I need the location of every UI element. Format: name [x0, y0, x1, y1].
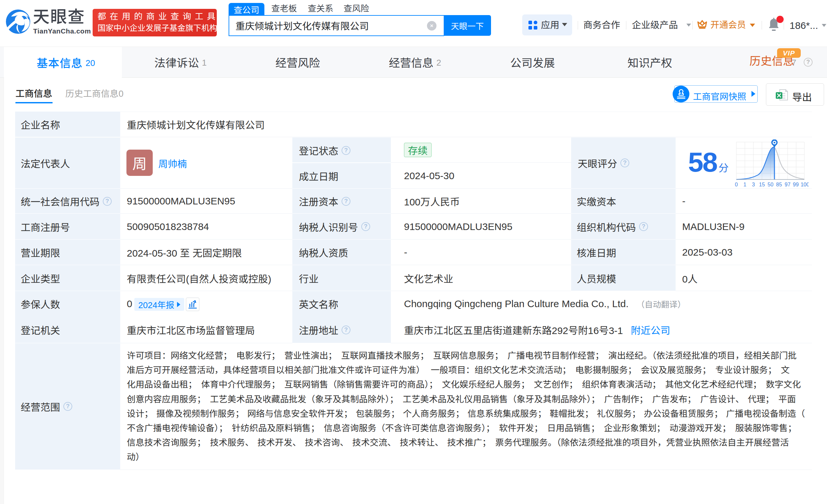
svg-text:0: 0	[735, 182, 738, 187]
svg-text:3: 3	[752, 182, 755, 187]
svg-text:97: 97	[785, 182, 790, 187]
svg-text:15: 15	[759, 182, 765, 187]
svg-text:100: 100	[801, 182, 809, 187]
svg-text:99: 99	[793, 182, 799, 187]
svg-text:85: 85	[776, 182, 782, 187]
svg-text:50: 50	[768, 182, 773, 187]
svg-text:1: 1	[743, 182, 746, 187]
